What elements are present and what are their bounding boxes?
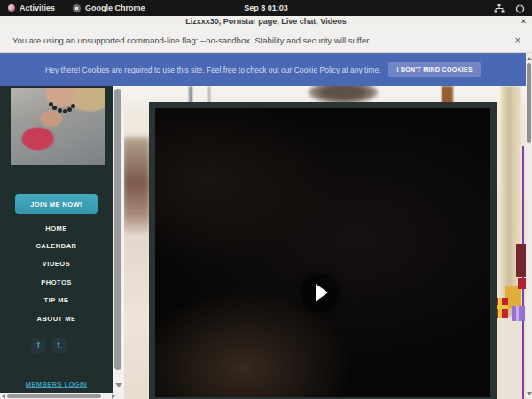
window-close-icon[interactable]: ×: [521, 16, 526, 27]
screen: Activities Google Chrome Sep 8 01:03 Liz…: [0, 0, 532, 399]
window-titlebar: Lizxxx30, Pornstar page, Live chat, Vide…: [0, 16, 532, 27]
sidebar: JOIN ME NOW! HOME CALENDAR VIDEOS PHOTOS…: [0, 86, 124, 399]
scroll-down-arrow-icon[interactable]: [115, 383, 122, 387]
infobar-close-icon[interactable]: ×: [515, 35, 520, 45]
scroll-right-arrow-icon[interactable]: [112, 394, 115, 399]
video-frame: [155, 108, 490, 397]
clock-button[interactable]: Sep 8 01:03: [0, 0, 532, 16]
system-tray: [494, 0, 525, 16]
gift-box-red-small: [518, 278, 526, 289]
video-player[interactable]: [149, 102, 497, 399]
sidebar-item-videos[interactable]: VIDEOS: [0, 255, 113, 273]
desktop-top-bar: Activities Google Chrome Sep 8 01:03: [0, 0, 532, 16]
play-icon: [316, 284, 328, 301]
background-bedpost: [189, 86, 192, 104]
background-left-wall: [122, 237, 151, 399]
profile-photo[interactable]: [11, 88, 105, 165]
sidebar-vertical-scrollbar-thumb[interactable]: [114, 89, 121, 370]
background-bedpost: [208, 86, 210, 104]
sidebar-item-about-me[interactable]: ABOUT ME: [0, 309, 113, 327]
sidebar-content: JOIN ME NOW! HOME CALENDAR VIDEOS PHOTOS…: [0, 86, 113, 393]
play-button[interactable]: [301, 273, 340, 312]
sidebar-menu: HOME CALENDAR VIDEOS PHOTOS TIP ME ABOUT…: [0, 219, 113, 327]
sidebar-vertical-scrollbar[interactable]: [113, 86, 124, 393]
sidebar-item-tip-me[interactable]: TIP ME: [0, 292, 113, 309]
gift-box-purple: [512, 306, 525, 321]
power-icon[interactable]: [515, 4, 525, 13]
sidebar-item-home[interactable]: HOME: [0, 219, 113, 237]
sidebar-item-calendar[interactable]: CALENDAR: [0, 237, 113, 254]
browser-viewport: Hey there! Cookies are required to use t…: [0, 53, 532, 399]
join-me-now-button[interactable]: JOIN ME NOW!: [15, 194, 98, 214]
infobar-message: You are using an unsupported command-lin…: [12, 35, 372, 45]
necklace-detail: [52, 106, 57, 110]
scroll-down-arrow-icon[interactable]: [527, 392, 532, 395]
scroll-left-arrow-icon[interactable]: [2, 394, 5, 399]
sidebar-item-photos[interactable]: PHOTOS: [0, 273, 113, 291]
twitter-icon[interactable]: t.: [52, 338, 67, 353]
page-vertical-scrollbar-thumb[interactable]: [527, 63, 531, 143]
webpage-content: JOIN ME NOW! HOME CALENDAR VIDEOS PHOTOS…: [0, 86, 526, 399]
clock-label: Sep 8 01:03: [244, 4, 288, 12]
sidebar-horizontal-scrollbar-thumb[interactable]: [7, 394, 101, 398]
social-links: t t.: [31, 338, 67, 353]
background-headboard: [309, 86, 378, 104]
background-left-blur: [122, 137, 151, 239]
page-vertical-scrollbar[interactable]: [526, 53, 532, 399]
members-login-link[interactable]: MEMBERS LOGIN: [0, 380, 113, 388]
browser-infobar: You are using an unsupported command-lin…: [0, 27, 532, 53]
cookie-banner: Hey there! Cookies are required to use t…: [0, 53, 526, 86]
cookie-message: Hey there! Cookies are required to use t…: [45, 66, 380, 74]
sidebar-horizontal-scrollbar[interactable]: [0, 393, 124, 399]
background-wood-post: [442, 86, 453, 104]
cookie-accept-button[interactable]: I DON'T MIND COOKIES: [388, 62, 480, 77]
scroll-up-arrow-icon[interactable]: [527, 57, 532, 60]
background-maroon-strip: [516, 244, 526, 277]
window-title: Lizxxx30, Pornstar page, Live chat, Vide…: [185, 17, 346, 26]
network-icon[interactable]: [494, 4, 505, 13]
twitter-icon[interactable]: t: [31, 338, 46, 353]
